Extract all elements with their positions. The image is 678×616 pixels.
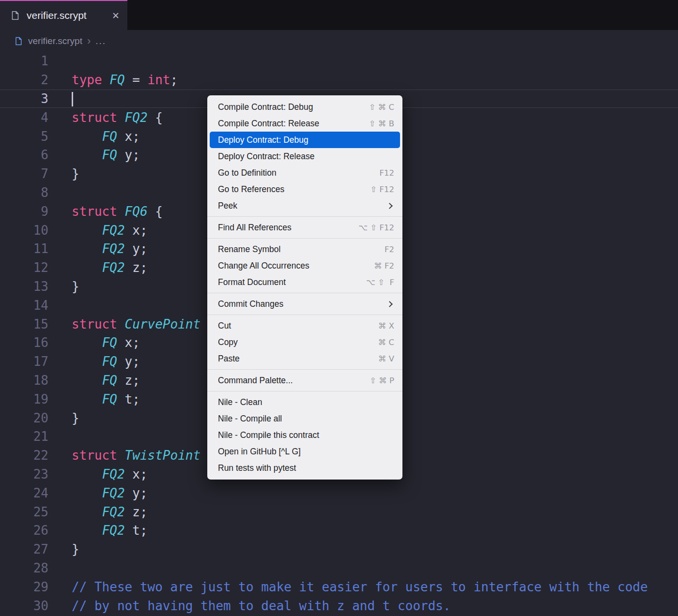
- line-number[interactable]: 8: [0, 185, 48, 200]
- menu-item[interactable]: Compile Contract: Debug⇧ ⌘ C: [210, 99, 400, 115]
- menu-shortcut: ⇧ F12: [370, 185, 394, 194]
- code-text: type FQ = int;: [48, 73, 178, 87]
- line-number[interactable]: 16: [0, 335, 48, 350]
- menu-item[interactable]: Change All Occurrences⌘ F2: [210, 257, 400, 274]
- menu-item[interactable]: Commit Changes: [210, 296, 400, 312]
- menu-item-label: Command Palette...: [218, 376, 370, 386]
- menu-item[interactable]: Compile Contract: Release⇧ ⌘ B: [210, 115, 400, 132]
- text-cursor: [72, 92, 73, 106]
- line-number[interactable]: 20: [0, 411, 48, 425]
- line-number[interactable]: 28: [0, 561, 48, 575]
- menu-item[interactable]: Nile - Compile all: [210, 410, 400, 427]
- code-line[interactable]: 24 FQ2 y;: [0, 483, 678, 502]
- code-text: FQ2 z;: [48, 260, 148, 275]
- menu-item-label: Format Document: [218, 277, 366, 287]
- line-number[interactable]: 10: [0, 223, 48, 238]
- code-text: FQ y;: [48, 148, 140, 162]
- code-line[interactable]: 30// by not having them to deal with z a…: [0, 596, 678, 615]
- tab-bar: verifier.scrypt ✕: [0, 0, 678, 30]
- menu-item[interactable]: Deploy Contract: Release: [210, 148, 400, 165]
- line-number[interactable]: 29: [0, 580, 48, 594]
- line-number[interactable]: 18: [0, 373, 48, 388]
- line-number[interactable]: 24: [0, 486, 48, 500]
- code-text: // These two are just to make it easier …: [48, 580, 648, 594]
- menu-shortcut: ⇧ ⌘ P: [370, 376, 394, 385]
- menu-item[interactable]: Open in GitHub [^L G]: [210, 443, 400, 460]
- code-line[interactable]: 29// These two are just to make it easie…: [0, 577, 678, 596]
- file-icon: [14, 36, 23, 46]
- menu-item[interactable]: Nile - Clean: [210, 394, 400, 410]
- breadcrumb-file[interactable]: verifier.scrypt: [28, 36, 82, 46]
- code-text: FQ2 x;: [48, 223, 148, 238]
- menu-item[interactable]: Rename SymbolF2: [210, 241, 400, 257]
- menu-item[interactable]: Command Palette...⇧ ⌘ P: [210, 372, 400, 389]
- line-number[interactable]: 26: [0, 523, 48, 538]
- line-number[interactable]: 30: [0, 599, 48, 613]
- menu-item[interactable]: Nile - Compile this contract: [210, 427, 400, 443]
- code-text: struct FQ2 {: [48, 110, 163, 125]
- code-text: struct CurvePoint {: [48, 317, 216, 331]
- menu-shortcut: ⇧ ⌘ B: [369, 119, 394, 128]
- line-number[interactable]: 21: [0, 429, 48, 444]
- code-text: }: [48, 411, 79, 425]
- line-number[interactable]: 17: [0, 354, 48, 369]
- line-number[interactable]: 4: [0, 110, 48, 125]
- code-text: FQ x;: [48, 335, 140, 350]
- breadcrumb[interactable]: verifier.scrypt › ...: [0, 30, 678, 52]
- line-number[interactable]: 2: [0, 73, 48, 87]
- code-text: FQ2 z;: [48, 505, 148, 519]
- menu-item-label: Compile Contract: Debug: [218, 102, 369, 112]
- tab-title: verifier.scrypt: [27, 10, 87, 21]
- code-line[interactable]: 2type FQ = int;: [0, 71, 678, 90]
- close-icon[interactable]: ✕: [112, 10, 120, 21]
- line-number[interactable]: 19: [0, 392, 48, 406]
- line-number[interactable]: 5: [0, 129, 48, 144]
- line-number[interactable]: 13: [0, 279, 48, 294]
- line-number[interactable]: 14: [0, 298, 48, 313]
- submenu-chevron-icon: [386, 203, 393, 209]
- menu-item-label: Peek: [218, 201, 387, 211]
- code-line[interactable]: 27}: [0, 540, 678, 559]
- menu-item[interactable]: Copy⌘ C: [210, 334, 400, 350]
- menu-shortcut: ⌘ C: [378, 338, 394, 347]
- menu-item[interactable]: Run tests with pytest: [210, 460, 400, 476]
- menu-item[interactable]: Go to References⇧ F12: [210, 181, 400, 197]
- line-number[interactable]: 15: [0, 317, 48, 331]
- line-number[interactable]: 6: [0, 148, 48, 162]
- code-text: FQ2 y;: [48, 486, 148, 500]
- menu-separator: [207, 238, 402, 239]
- menu-item-label: Nile - Compile this contract: [218, 430, 394, 440]
- menu-item-label: Run tests with pytest: [218, 463, 394, 473]
- line-number[interactable]: 23: [0, 467, 48, 481]
- line-number[interactable]: 11: [0, 241, 48, 256]
- menu-shortcut: ⌘ V: [378, 354, 394, 363]
- menu-item-label: Nile - Clean: [218, 397, 394, 407]
- tab-verifier-scrypt[interactable]: verifier.scrypt ✕: [0, 0, 127, 30]
- menu-shortcut: ⌥ ⇧ F: [366, 278, 394, 287]
- code-text: }: [48, 542, 79, 556]
- line-number[interactable]: 22: [0, 448, 48, 463]
- line-number[interactable]: 9: [0, 204, 48, 219]
- line-number[interactable]: 27: [0, 542, 48, 556]
- menu-item-label: Commit Changes: [218, 299, 387, 309]
- line-number[interactable]: 1: [0, 54, 48, 68]
- code-line[interactable]: 28: [0, 559, 678, 578]
- menu-item-label: Deploy Contract: Debug: [218, 135, 394, 145]
- menu-item[interactable]: Paste⌘ V: [210, 350, 400, 367]
- code-line[interactable]: 1: [0, 52, 678, 71]
- menu-item[interactable]: Go to DefinitionF12: [210, 165, 400, 181]
- line-number[interactable]: 12: [0, 260, 48, 275]
- menu-item[interactable]: Format Document⌥ ⇧ F: [210, 274, 400, 290]
- menu-separator: [207, 369, 402, 370]
- code-line[interactable]: 25 FQ2 z;: [0, 502, 678, 521]
- line-number[interactable]: 3: [0, 91, 48, 106]
- breadcrumb-more[interactable]: ...: [95, 36, 106, 46]
- line-number[interactable]: 25: [0, 505, 48, 519]
- line-number[interactable]: 7: [0, 166, 48, 181]
- code-line[interactable]: 26 FQ2 t;: [0, 521, 678, 540]
- menu-item[interactable]: Cut⌘ X: [210, 317, 400, 334]
- menu-item[interactable]: Find All References⌥ ⇧ F12: [210, 219, 400, 236]
- menu-item[interactable]: Deploy Contract: Debug: [210, 132, 400, 148]
- menu-separator: [207, 293, 402, 293]
- menu-item[interactable]: Peek: [210, 197, 400, 214]
